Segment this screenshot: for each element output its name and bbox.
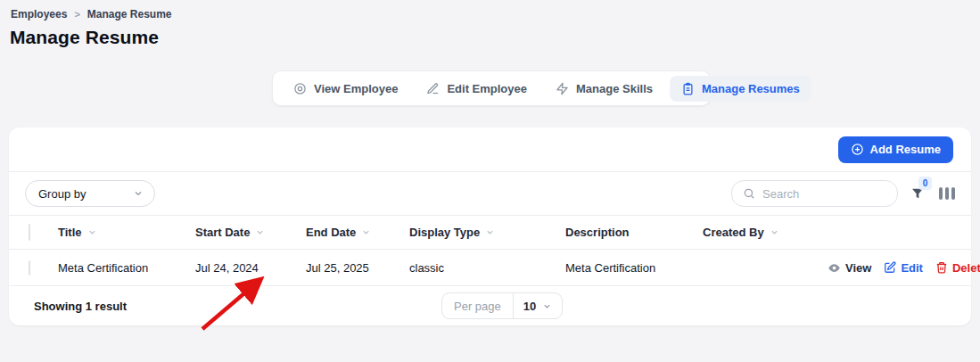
chevron-down-icon <box>133 188 144 199</box>
delete-action[interactable]: Delete <box>935 261 980 275</box>
search-input[interactable] <box>762 187 886 201</box>
search-box <box>731 180 898 207</box>
column-header-created-by[interactable]: Created By <box>703 226 828 239</box>
edit-action[interactable]: Edit <box>884 261 923 275</box>
tab-edit-employee[interactable]: Edit Employee <box>415 76 539 102</box>
sort-chevron-icon <box>361 227 371 237</box>
edit-icon <box>426 82 440 95</box>
column-header-display-type[interactable]: Display Type <box>409 226 565 239</box>
plus-circle-icon <box>851 143 864 156</box>
row-actions: View Edit Delete <box>828 261 980 275</box>
group-by-select[interactable]: Group by <box>25 180 155 207</box>
tab-label: View Employee <box>314 82 398 95</box>
search-icon <box>743 187 755 200</box>
add-resume-label: Add Resume <box>870 143 941 156</box>
filter-button[interactable]: 0 <box>910 186 925 201</box>
tab-manage-skills[interactable]: Manage Skills <box>544 76 664 102</box>
table-footer: Showing 1 result Per page 10 <box>9 286 971 325</box>
per-page-select[interactable]: 10 <box>514 300 562 313</box>
cell-description: Meta Certification <box>565 261 703 275</box>
table-header: Title Start Date End Date Display Type D… <box>9 216 971 250</box>
columns-icon[interactable] <box>939 187 955 200</box>
table-toolbar: Group by 0 <box>9 172 971 216</box>
sort-chevron-icon <box>770 227 779 237</box>
table-row: Meta Certification Jul 24, 2024 Jul 25, … <box>9 250 971 286</box>
cell-start-date: Jul 24, 2024 <box>195 261 306 275</box>
zap-icon <box>556 82 569 95</box>
breadcrumb-separator-icon: > <box>74 9 79 20</box>
cell-display-type: classic <box>409 261 565 275</box>
column-header-title[interactable]: Title <box>58 226 195 239</box>
eye-icon <box>828 261 841 275</box>
column-header-description: Description <box>565 226 703 239</box>
row-checkbox[interactable] <box>29 260 30 276</box>
tab-label: Manage Resumes <box>702 82 800 95</box>
column-header-end-date[interactable]: End Date <box>306 226 409 239</box>
edit-square-icon <box>884 261 896 274</box>
view-action[interactable]: View <box>828 261 871 275</box>
tab-label: Edit Employee <box>447 82 527 95</box>
breadcrumb-item-employees[interactable]: Employees <box>11 8 67 21</box>
toolbar-right-group: 0 <box>731 180 955 207</box>
add-resume-button[interactable]: Add Resume <box>838 136 953 163</box>
clipboard-icon <box>681 82 695 95</box>
chevron-down-icon <box>542 301 552 311</box>
group-by-label: Group by <box>38 187 86 201</box>
sort-chevron-icon <box>485 227 495 237</box>
tab-bar: View Employee Edit Employee Manage Skill… <box>272 70 711 106</box>
select-all-checkbox[interactable] <box>29 224 30 241</box>
panel-header-row: Add Resume <box>9 128 971 172</box>
eye-icon <box>293 82 307 95</box>
breadcrumb-item-manage-resume[interactable]: Manage Resume <box>87 8 172 21</box>
per-page-control: Per page 10 <box>441 292 563 319</box>
cell-title: Meta Certification <box>58 261 195 275</box>
tab-label: Manage Skills <box>576 82 653 95</box>
per-page-label: Per page <box>442 293 514 318</box>
results-summary: Showing 1 result <box>34 300 127 313</box>
sort-chevron-icon <box>87 227 97 237</box>
tab-manage-resumes[interactable]: Manage Resumes <box>670 76 811 102</box>
trash-icon <box>935 261 948 274</box>
breadcrumb: Employees > Manage Resume <box>11 8 172 21</box>
column-header-start-date[interactable]: Start Date <box>195 226 306 239</box>
resume-table-panel: Add Resume Group by 0 <box>9 128 971 325</box>
page-title: Manage Resume <box>10 27 159 48</box>
sort-chevron-icon <box>255 227 265 237</box>
tab-view-employee[interactable]: View Employee <box>282 76 409 102</box>
filter-count-badge: 0 <box>918 177 932 190</box>
cell-end-date: Jul 25, 2025 <box>306 261 409 275</box>
